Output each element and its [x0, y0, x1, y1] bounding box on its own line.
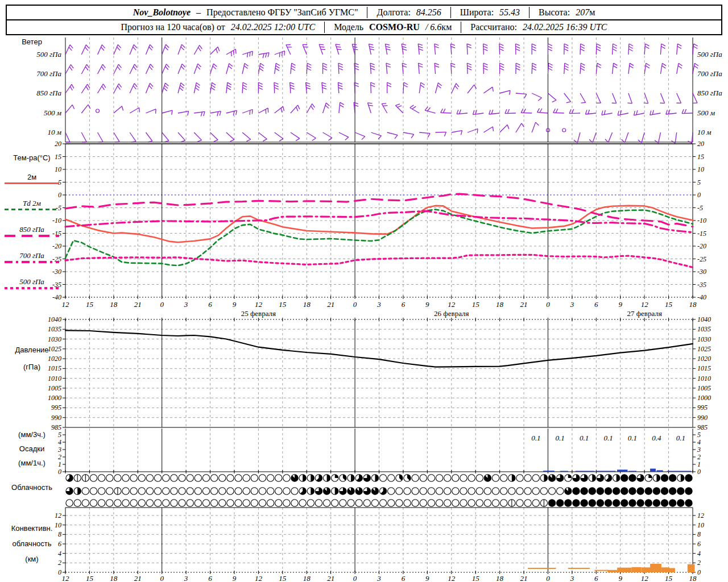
cloud-okta-circle: [179, 500, 185, 506]
wind-barb-shaft: [210, 64, 214, 74]
wind-barb-feather: [72, 105, 74, 109]
wind-barb-feather: [467, 63, 471, 65]
legend-item-label: 700 гПа: [1, 251, 63, 260]
wind-barb-feather: [553, 109, 556, 113]
cloud-okta-circle: [210, 500, 217, 506]
wind-barb-feather: [451, 63, 455, 65]
wind-barb-feather: [438, 83, 441, 86]
wind-barb-feather: [235, 49, 236, 54]
conv-tick-label-right: 2: [697, 559, 701, 567]
cloud-okta-circle: [388, 475, 395, 481]
legend-line-sample: [5, 287, 59, 289]
wind-barb-feather: [85, 47, 88, 51]
hour-label: 0: [546, 574, 550, 582]
wind-barb-feather: [491, 110, 493, 114]
conv-tick-label-right: 4: [697, 550, 701, 558]
wind-barb-feather: [556, 109, 558, 113]
wind-barb-feather: [468, 68, 471, 70]
wind-barb-feather: [290, 82, 294, 84]
wind-barb-feather: [581, 47, 585, 49]
wind-barb-feather: [383, 106, 387, 106]
conv-cloud-bar: [669, 568, 675, 573]
cloud-okta-circle: [154, 488, 161, 494]
precip-3h-value: 0.1: [531, 434, 540, 442]
cloud-okta-circle: [90, 475, 97, 481]
wind-barb-feather: [283, 106, 284, 111]
wind-barb-shaft: [435, 63, 435, 74]
wind-barb-shaft: [162, 132, 169, 141]
hour-label: 9: [425, 300, 429, 309]
wind-barb-shaft: [483, 127, 493, 132]
cloud-okta-circle: [508, 488, 515, 494]
wind-barb-feather: [227, 88, 231, 90]
hour-label: 3: [377, 574, 381, 582]
wind-barb-feather: [227, 85, 231, 88]
cloud-okta-circle: [202, 500, 209, 506]
cloud-okta-circle: [219, 475, 226, 481]
cloud-okta-circle: [379, 475, 386, 481]
wind-barb-feather: [435, 47, 439, 48]
wind-barb-feather: [532, 68, 536, 70]
precip-tick-label-right: 0: [697, 468, 701, 476]
wind-barb-feather: [102, 86, 105, 90]
wind-barb-feather: [532, 66, 536, 68]
wind-barb-shaft: [468, 129, 478, 132]
cloud-okta-circle: [653, 500, 660, 506]
wind-barb-feather: [630, 63, 634, 65]
wind-barb-feather: [588, 110, 590, 114]
legend-line-sample: [5, 261, 59, 263]
cloud-okta-circle: [460, 488, 467, 494]
precip-tick-label-right: 2: [697, 453, 701, 461]
pressure-tick-label-right: 1005: [697, 384, 711, 392]
wind-barb-feather: [581, 44, 585, 46]
wind-barb-feather: [312, 138, 316, 140]
cloud-okta-circle: [492, 488, 499, 494]
cloud-okta-circle: [187, 475, 193, 481]
wind-barb-shaft: [146, 44, 150, 55]
cloud-okta-circle: [524, 488, 531, 494]
wind-barb-feather: [581, 68, 585, 70]
wind-barb-feather: [279, 139, 283, 141]
cloud-okta-circle: [436, 475, 442, 481]
conv-tick-label-right: 0: [697, 568, 701, 576]
wind-barb-feather: [323, 68, 327, 70]
precip-tick-label-right: 5: [697, 431, 701, 439]
wind-barb-shaft: [613, 63, 614, 74]
cloud-okta-circle: [589, 500, 595, 506]
wind-barb-feather: [322, 85, 326, 87]
wind-barb-feather: [677, 47, 681, 49]
wind-barb-feather: [461, 131, 462, 135]
wind-barb-shaft: [146, 132, 152, 141]
hour-label: 18: [110, 574, 118, 582]
wind-barb-feather: [644, 103, 648, 103]
wind-barb-feather: [369, 47, 374, 48]
wind-barb-shaft: [130, 132, 136, 142]
wind-barb-feather: [88, 105, 90, 109]
wind-barb-shaft: [693, 93, 697, 103]
wind-barb-feather: [634, 111, 635, 115]
wind-barb-feather: [548, 63, 552, 65]
wind-barb-shaft: [114, 84, 119, 93]
wind-barb-shaft: [194, 132, 201, 140]
cloud-okta-wedge: [351, 475, 354, 481]
wind-barb-feather: [275, 68, 279, 70]
convective-panel-title-2: облачность: [1, 539, 63, 548]
wind-barb-feather: [548, 47, 552, 48]
hour-label: 3: [570, 300, 574, 309]
wind-barb-feather: [134, 84, 137, 87]
wind-barb-feather: [371, 85, 375, 87]
wind-barb-feather: [243, 88, 247, 90]
wind-barb-shaft: [275, 132, 283, 139]
cloud-okta-circle: [685, 475, 692, 481]
wind-barb-feather: [340, 105, 344, 107]
cloud-okta-circle: [130, 500, 137, 506]
wind-barb-shaft: [483, 87, 493, 93]
cloud-okta-circle: [556, 500, 563, 506]
wind-barb-feather: [370, 63, 374, 65]
precip-tick-label-right: 3: [697, 446, 701, 454]
wind-barb-shaft: [65, 65, 71, 74]
wind-barb-feather: [385, 44, 390, 45]
wind-barb-feather: [370, 49, 374, 50]
wind-barb-feather: [172, 110, 172, 115]
wind-barb-shaft: [585, 113, 596, 114]
